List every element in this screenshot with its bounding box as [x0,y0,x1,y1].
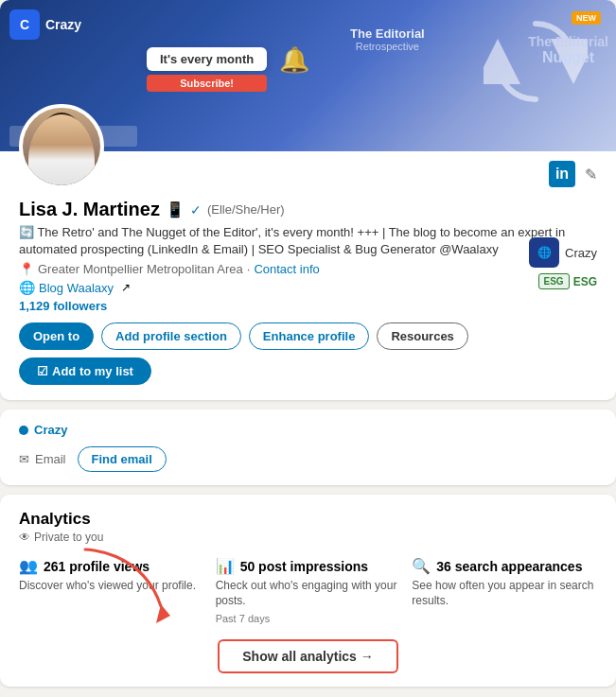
email-label-row: ✉ Email [19,452,66,466]
company-info: 🌐 Crazy ESG ESG [529,203,597,289]
email-label-text: Email [35,452,66,466]
globe-icon: 🌐 [19,280,35,295]
subscribe-button[interactable]: Subscribe! [147,75,267,92]
email-card: Crazy ✉ Email Find email [0,409,616,485]
email-section: Crazy ✉ Email Find email [0,409,616,485]
post-impressions-period: Past 7 days [216,613,401,624]
bell-icon: 🔔 [279,45,309,75]
email-company-row: Crazy [19,423,597,437]
analytics-search-appearances: 🔍 36 search appearances See how often yo… [412,557,597,623]
esg-label: ESG [573,275,597,288]
email-row: ✉ Email Find email [19,446,597,472]
company-logo: 🌐 [529,237,559,268]
analytics-card: Analytics 👁 Private to you 👥 261 profile… [0,495,616,686]
subscribe-text: It's every month [160,52,254,66]
action-buttons-row2: ☑ Add to my list [19,357,597,385]
add-to-list-button[interactable]: ☑ Add to my list [19,357,151,385]
analytics-title: Analytics [19,510,91,529]
nugget-label: Nugget [542,49,594,66]
email-company-name: Crazy [34,423,67,437]
search-appearances-desc: See how often you appear in search resul… [412,579,597,608]
website-link[interactable]: Blog Waalaxy [39,281,114,295]
profile-views-header: 👥 261 profile views [19,557,204,575]
people-icon: 👥 [19,557,38,575]
analytics-section: Analytics 👁 Private to you 👥 261 profile… [0,495,616,686]
editorial-title-right: The Editorial [528,34,608,49]
new-badge: NEW [572,11,601,25]
profile-bio: 🔄 The Retro' and The Nugget of the Edito… [19,224,597,258]
company-dot [19,426,28,435]
profile-card: C Crazy It's every month Subscribe! 🔔 Th… [0,0,616,400]
envelope-icon: ✉ [19,452,29,466]
location-text: Greater Montpellier Metropolitan Area [38,262,243,276]
analytics-profile-views: 👥 261 profile views Discover who's viewe… [19,557,204,623]
add-to-list-label: Add to my list [52,364,133,378]
profile-views-count: 261 profile views [44,559,150,574]
contact-info-link[interactable]: Contact info [254,262,319,276]
action-buttons-row1: Open to Add profile section Enhance prof… [19,322,597,350]
search-appearances-header: 🔍 36 search appearances [412,557,597,575]
profile-info: Lisa J. Martinez 📱 ✓ (Elle/She/Her) 🔄 Th… [19,151,597,385]
post-impressions-desc: Check out who's engaging with your posts… [216,579,401,608]
profile-location: 📍 Greater Montpellier Metropolitan Area … [19,262,597,276]
show-analytics-container: Show all analytics → [19,639,597,673]
top-right-actions: in ✎ [549,161,597,187]
search-appearances-count: 36 search appearances [436,559,582,574]
avatar [19,104,104,189]
private-text: Private to you [34,531,103,544]
analytics-post-impressions: 📊 50 post impressions Check out who's en… [216,557,401,623]
profile-pronoun: (Elle/She/Her) [207,202,285,217]
retrospective-label: Retrospective [356,41,419,52]
followers-count[interactable]: 1,129 followers [19,299,597,313]
chart-icon: 📊 [216,557,235,575]
verified-icon: ✓ [190,202,202,218]
profile-company-side: 🌐 Crazy ESG ESG [529,203,597,289]
enhance-profile-button[interactable]: Enhance profile [249,322,370,350]
profile-views-desc: Discover who's viewed your profile. [19,579,204,594]
profile-name: Lisa J. Martinez [19,199,160,220]
edit-profile-icon[interactable]: ✎ [585,166,597,183]
analytics-header: Analytics [19,510,597,529]
esg-badges: ESG ESG [538,273,597,289]
post-impressions-count: 50 post impressions [240,559,368,574]
resources-button[interactable]: Resources [377,322,467,350]
editorial-left: The Editorial Retrospective [350,26,425,52]
profile-website: 🌐 Blog Waalaxy ↗ [19,280,597,295]
esg-badge-text: ESG [538,273,570,289]
analytics-private-label: 👁 Private to you [19,531,597,544]
editorial-title-left: The Editorial [350,26,425,41]
add-profile-section-button[interactable]: Add profile section [101,322,241,350]
location-icon: 📍 [19,262,34,276]
search-icon: 🔍 [412,557,431,575]
analytics-grid: 👥 261 profile views Discover who's viewe… [19,557,597,623]
show-all-analytics-button[interactable]: Show all analytics → [218,639,398,673]
eye-icon: 👁 [19,531,30,544]
editorial-right: The Editorial Nugget [528,34,608,66]
brand-name: Crazy [45,17,81,32]
post-impressions-header: 📊 50 post impressions [216,557,401,575]
profile-name-row: Lisa J. Martinez 📱 ✓ (Elle/She/Her) [19,199,597,220]
banner-brand-bar: C Crazy [9,9,81,40]
profile-section: in ✎ 🌐 Crazy ESG ESG Lisa [0,151,616,400]
list-icon: ☑ [37,364,48,378]
subscribe-box: It's every month Subscribe! [147,47,267,92]
open-to-button[interactable]: Open to [19,322,94,350]
brand-logo: C [9,9,40,40]
avatar-body [28,114,95,185]
linkedin-icon[interactable]: in [549,161,575,187]
company-name-right: Crazy [565,246,597,260]
find-email-button[interactable]: Find email [78,446,167,472]
avatar-image [23,108,100,185]
